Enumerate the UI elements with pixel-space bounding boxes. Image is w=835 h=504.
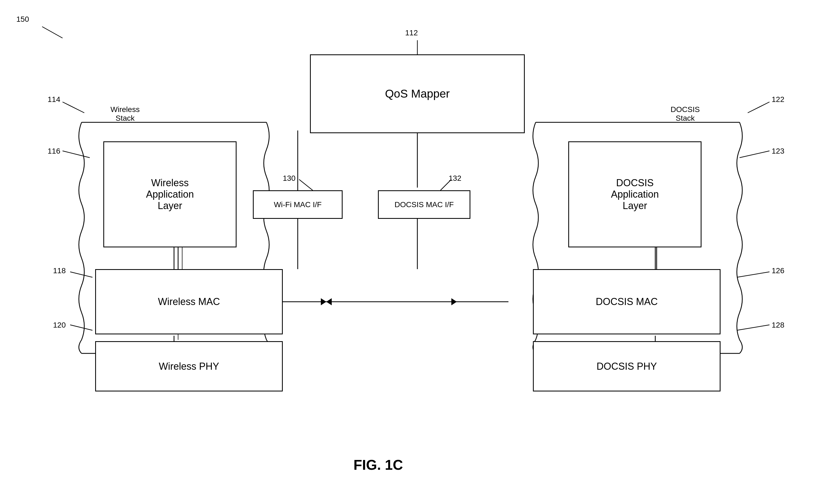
wireless-app-layer-box: Wireless Application Layer (103, 141, 237, 247)
docsis-phy-box: DOCSIS PHY (533, 341, 720, 392)
wireless-phy-box: Wireless PHY (95, 341, 283, 392)
ref-128: 128 (772, 321, 785, 330)
ref-132: 132 (449, 174, 462, 183)
ref-130: 130 (283, 174, 296, 183)
svg-line-3 (63, 151, 90, 158)
ref-150: 150 (16, 15, 29, 24)
ref-120: 120 (53, 321, 66, 330)
qos-mapper-box: QoS Mapper (310, 55, 525, 133)
svg-line-9 (737, 325, 770, 330)
svg-line-5 (70, 325, 93, 330)
docsis-mac-box: DOCSIS MAC (533, 269, 720, 334)
ref-123: 123 (772, 147, 785, 155)
docsis-app-layer-box: DOCSIS Application Layer (568, 141, 701, 247)
ref-118: 118 (53, 267, 66, 275)
ref-126: 126 (772, 267, 785, 275)
svg-line-2 (63, 102, 84, 113)
wireless-stack-label: Wireless Stack (98, 97, 152, 123)
wifi-mac-if-box: Wi-Fi MAC I/F (253, 190, 343, 219)
docsis-mac-if-box: DOCSIS MAC I/F (378, 190, 470, 219)
svg-line-6 (748, 102, 770, 113)
svg-line-0 (42, 27, 63, 38)
svg-line-8 (737, 272, 770, 277)
svg-marker-21 (326, 298, 332, 305)
ref-114: 114 (47, 95, 60, 104)
docsis-stack-label: DOCSIS Stack (658, 97, 712, 123)
wireless-mac-box: Wireless MAC (95, 269, 283, 334)
diagram: 150 112 114 Wireless Stack 116 118 120 1… (0, 0, 835, 504)
ref-116: 116 (47, 147, 60, 155)
svg-line-10 (299, 180, 313, 190)
ref-112: 112 (405, 28, 418, 37)
svg-marker-22 (451, 298, 457, 305)
svg-line-4 (70, 272, 93, 277)
ref-122: 122 (772, 95, 785, 104)
svg-line-7 (739, 151, 770, 158)
svg-marker-18 (321, 298, 326, 305)
figure-label: FIG. 1C (353, 457, 403, 473)
